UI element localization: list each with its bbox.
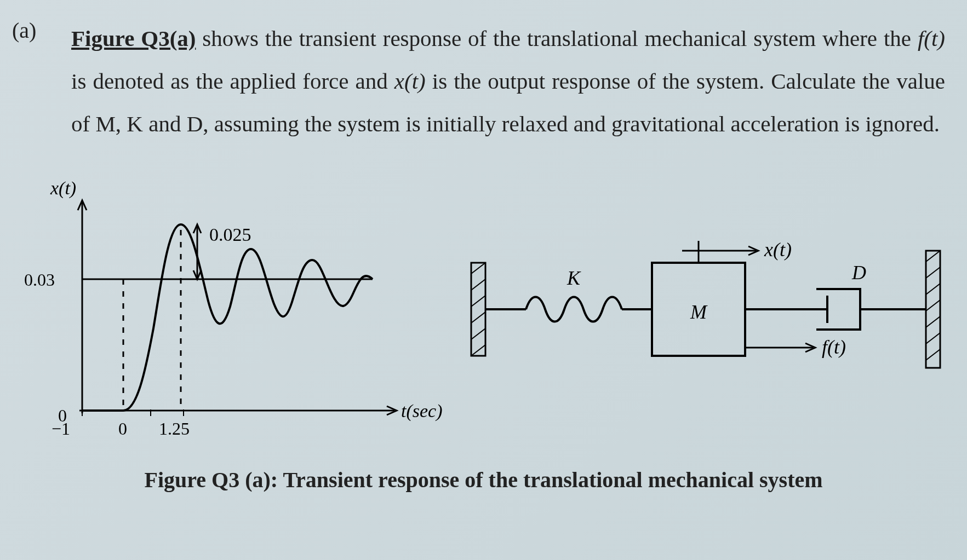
force-symbol: f(t) — [918, 26, 945, 51]
figure-ref: Figure Q3(a) — [71, 26, 196, 51]
question-body: Figure Q3(a) shows the transient respons… — [71, 18, 945, 146]
mass-label: M — [690, 301, 708, 323]
damper-label: D — [851, 262, 866, 284]
output-label: x(t) — [764, 239, 792, 261]
x-tick-peak: 1.25 — [159, 419, 190, 438]
left-wall-icon — [471, 263, 485, 356]
y-axis-label: x(t) — [50, 178, 76, 199]
right-wall-icon — [926, 251, 940, 368]
sentence-1a: shows the transient response of the tran… — [196, 26, 917, 51]
y-tick-ss: 0.03 — [24, 270, 55, 290]
damper-icon — [745, 289, 926, 330]
spring-label: K — [567, 267, 581, 289]
x-tick-0: 0 — [118, 419, 127, 438]
question-label: (a) — [12, 18, 36, 43]
x-axis-label: t(sec) — [401, 401, 443, 422]
input-label: f(t) — [822, 336, 846, 358]
figure-area: x(t) t(sec) 0.03 0 −1 0 1.25 0.025 — [11, 192, 956, 498]
x-tick-neg1: −1 — [52, 419, 70, 438]
input-arrow-icon — [745, 343, 815, 352]
overshoot-label: 0.025 — [209, 224, 251, 245]
svg-rect-9 — [471, 263, 485, 356]
sentence-1b: is denoted as the applied force and — [71, 68, 394, 94]
spring-icon — [485, 297, 652, 322]
output-symbol: x(t) — [394, 68, 426, 94]
response-graph: x(t) t(sec) 0.03 0 −1 0 1.25 0.025 — [16, 192, 433, 454]
output-arrow-icon — [682, 241, 758, 263]
mechanical-schematic: K M x(t) f(t) — [466, 224, 959, 422]
page: (a) Figure Q3(a) shows the transient res… — [0, 0, 967, 560]
figure-caption: Figure Q3 (a): Transient response of the… — [11, 467, 956, 493]
